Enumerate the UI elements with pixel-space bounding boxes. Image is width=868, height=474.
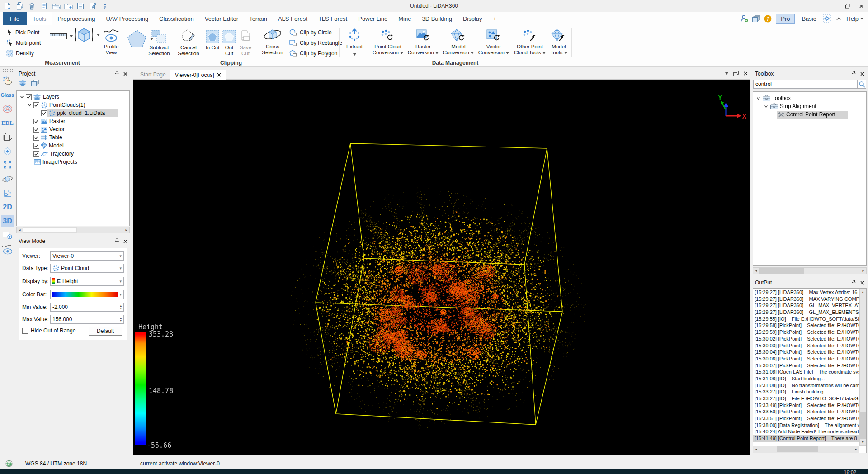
project-item-trajectory[interactable]: Trajectory	[17, 150, 129, 158]
menu-tab-mine[interactable]: Mine	[393, 12, 416, 25]
toolbox-search-input[interactable]	[753, 80, 857, 89]
visibility-checkbox[interactable]	[33, 118, 39, 124]
clip-by-rectangle-button[interactable]: Clip by Rectangle	[288, 38, 342, 48]
raster-conversion-button[interactable]: Raster Conversion	[406, 26, 440, 56]
strip-color-palette[interactable]	[1, 75, 14, 87]
menu-tab-display[interactable]: Display	[458, 12, 488, 25]
project-item-vector[interactable]: Vector	[17, 125, 129, 133]
menu-tab-als-forest[interactable]: ALS Forest	[273, 12, 313, 25]
cross-selection-button[interactable]: Cross Selection	[259, 26, 287, 56]
profile-view-button[interactable]: Profile View	[99, 26, 123, 56]
menu-tab-preprocessing[interactable]: Preprocessing	[52, 12, 100, 25]
output-log-line[interactable]: [15:29:27] [LiDAR360] MAX VARYING COMPON	[753, 296, 859, 303]
output-log-line[interactable]: [15:31:08] [Open LAS File] The coordinat…	[753, 369, 859, 375]
menu-tab--[interactable]: +	[488, 12, 502, 25]
menu-tab-tls-forest[interactable]: TLS Forest	[313, 12, 353, 25]
visibility-checkbox[interactable]	[41, 110, 47, 116]
help-badge-icon[interactable]: ?	[764, 15, 772, 23]
settings-gear-icon[interactable]	[823, 14, 831, 23]
add-folder-icon[interactable]	[64, 1, 73, 10]
copy-file-icon[interactable]	[15, 1, 24, 10]
output-h-scrollbar[interactable]: ◂▸	[753, 446, 859, 453]
output-log-line[interactable]: [15:29:59] [PickPoint] Selected file: E:…	[753, 329, 859, 336]
pin-icon[interactable]	[114, 238, 119, 244]
visibility-checkbox[interactable]	[33, 127, 39, 133]
pin-icon[interactable]	[851, 71, 856, 76]
collapse-ribbon-button[interactable]	[835, 15, 842, 22]
output-log-line[interactable]: [15:33:51] [PickPoint] Selected file: E:…	[753, 415, 859, 422]
point-cloud-conversion-button[interactable]: Point Cloud Conversion	[371, 26, 405, 56]
out-cut-button[interactable]: Out Cut	[222, 27, 237, 57]
cascade-windows-icon[interactable]	[31, 80, 39, 86]
visibility-checkbox[interactable]	[33, 151, 39, 157]
menu-tab-vector-editor[interactable]: Vector Editor	[199, 12, 244, 25]
menu-tab-3d-building[interactable]: 3D Building	[416, 12, 458, 25]
pick-point-button[interactable]: Pick Point	[5, 27, 41, 38]
strip-view-2d[interactable]: 2D	[1, 201, 14, 213]
basic-mode-button[interactable]: Basic	[799, 14, 819, 23]
visibility-checkbox[interactable]	[26, 94, 32, 100]
menu-tab-power-line[interactable]: Power Line	[353, 12, 393, 25]
other-point-cloud-tools-button[interactable]: Other Point Cloud Tools	[512, 26, 548, 56]
ruler-measure-button[interactable]	[50, 33, 73, 39]
menu-tab-tools[interactable]: Tools	[27, 12, 52, 25]
output-log-line[interactable]: [15:33:49] [PickPoint] Selected file: E:…	[753, 402, 859, 409]
close-tab-icon[interactable]	[217, 73, 221, 77]
extract-button[interactable]: Extract	[343, 26, 366, 57]
output-log-line[interactable]: [15:30:02] [PickPoint] Selected file: E:…	[753, 336, 859, 342]
close-icon[interactable]	[860, 72, 864, 76]
color-bar-select[interactable]: ▾	[50, 290, 124, 299]
model-conversion-button[interactable]: Model Conversion	[441, 26, 476, 56]
strip-new-viewer[interactable]	[1, 229, 14, 241]
multi-point-button[interactable]: Multi-point	[5, 38, 41, 48]
default-button[interactable]: Default	[89, 327, 122, 336]
toolbox-item-toolbox[interactable]: Toolbox	[753, 94, 866, 102]
output-log-line[interactable]: [15:29:58] [PickPoint] Selected file: E:…	[753, 322, 859, 329]
output-log-line[interactable]: [15:41:49] [Control Point Report] There …	[753, 435, 859, 442]
visibility-checkbox[interactable]	[33, 102, 39, 108]
tab-list-icon[interactable]	[725, 72, 728, 75]
project-item-model[interactable]: Model	[17, 142, 129, 150]
strip-edl-mode[interactable]: EDL	[1, 117, 14, 129]
tab-viewer-0[interactable]: Viewer-0[Focus]	[170, 70, 226, 80]
minimize-button[interactable]: –	[827, 0, 841, 11]
pin-icon[interactable]	[851, 280, 856, 285]
volume-measure-button[interactable]	[74, 25, 100, 44]
output-log-line[interactable]: [15:40:24] Add Node Failed! The node is …	[753, 428, 859, 435]
toolbox-item-control-point-report[interactable]: Control Point Report	[753, 110, 866, 118]
cancel-selection-button[interactable]: Cancel Selection	[174, 27, 203, 57]
restore-button[interactable]	[841, 0, 854, 11]
project-item-pointclouds-1-[interactable]: PointClouds(1)	[17, 101, 129, 109]
strip-bounding-box[interactable]	[1, 131, 14, 143]
project-item-imageprojects[interactable]: ImageProjects	[17, 158, 129, 166]
strip-contour-mode[interactable]	[1, 103, 14, 115]
tab-start-page[interactable]: Start Page	[136, 70, 170, 80]
expand-chevron-icon[interactable]	[19, 95, 25, 99]
float-window-icon[interactable]	[733, 71, 739, 76]
display-by-select[interactable]: EHeight▾	[50, 277, 124, 286]
vector-conversion-button[interactable]: Vector Conversion	[476, 26, 511, 56]
new-file-icon[interactable]	[3, 1, 12, 10]
expand-chevron-icon[interactable]	[763, 104, 769, 109]
density-button[interactable]: Density	[5, 48, 41, 58]
expand-chevron-icon[interactable]	[26, 103, 33, 107]
output-log-line[interactable]: [15:30:07] [PickPoint] Selected file: E:…	[753, 362, 859, 369]
project-item-layers[interactable]: Layers	[17, 93, 129, 101]
close-icon[interactable]	[123, 72, 127, 76]
strip-add-region[interactable]	[1, 145, 14, 157]
toolbox-h-scrollbar[interactable]: ◂▸	[753, 267, 867, 274]
toolbox-item-strip-alignment[interactable]: Strip Alignment	[753, 102, 866, 110]
strip-glass-mode[interactable]: Glass	[1, 89, 14, 101]
task-list-icon[interactable]	[39, 1, 48, 10]
project-item-raster[interactable]: Raster	[17, 117, 129, 125]
output-log-line[interactable]: [15:33:50] [PickPoint] Selected file: E:…	[753, 408, 859, 415]
windows-layout-icon[interactable]	[752, 15, 760, 22]
output-log-line[interactable]: [15:38:00] [Data Registration] The align…	[753, 422, 859, 429]
output-log-line[interactable]: [15:29:27] [LiDAR360] GL_MAX_ELEMENTS_VE	[753, 309, 859, 316]
min-value-input[interactable]: -2.000▴▾	[50, 303, 124, 312]
visibility-checkbox[interactable]	[33, 135, 39, 141]
strip-profile-tool[interactable]	[1, 243, 14, 255]
strip-view-3d[interactable]: 3D	[1, 215, 14, 227]
output-log-line[interactable]: [15:31:08] [IO] No transformations will …	[753, 382, 859, 389]
delete-icon[interactable]	[27, 1, 36, 10]
